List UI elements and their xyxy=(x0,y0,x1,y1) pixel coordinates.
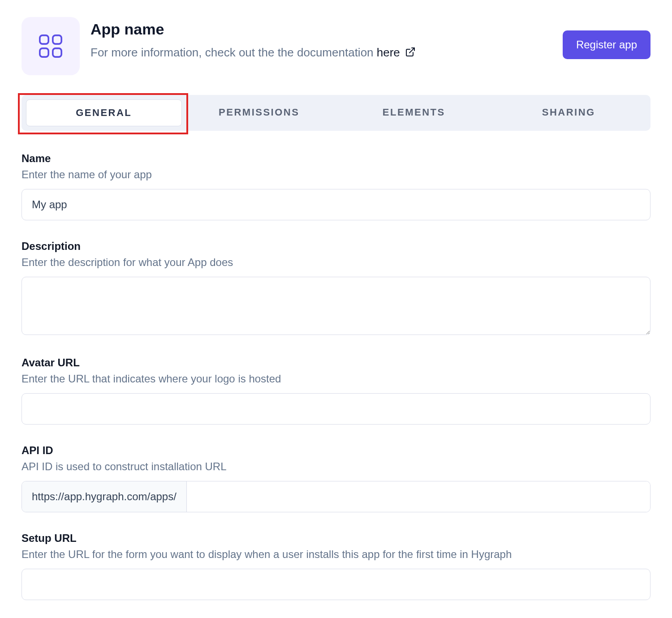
field-group-api-id: API ID API ID is used to construct insta… xyxy=(22,444,650,512)
field-group-setup-url: Setup URL Enter the URL for the form you… xyxy=(22,532,650,600)
name-input[interactable] xyxy=(22,189,650,220)
avatar-url-input[interactable] xyxy=(22,393,650,425)
svg-line-4 xyxy=(409,48,414,53)
tab-general[interactable]: GENERAL xyxy=(26,99,182,126)
setup-url-label: Setup URL xyxy=(22,532,650,545)
api-id-help: API ID is used to construct installation… xyxy=(22,460,650,473)
tab-sharing[interactable]: SHARING xyxy=(491,99,646,126)
tab-elements[interactable]: ELEMENTS xyxy=(336,99,491,126)
avatar-url-help: Enter the URL that indicates where your … xyxy=(22,373,650,385)
page-subtitle: For more information, check out the the … xyxy=(90,44,552,61)
svg-rect-0 xyxy=(40,35,48,44)
description-help: Enter the description for what your App … xyxy=(22,256,650,269)
field-group-description: Description Enter the description for wh… xyxy=(22,240,650,337)
description-input[interactable] xyxy=(22,277,650,335)
register-app-button[interactable]: Register app xyxy=(563,30,650,59)
avatar-url-label: Avatar URL xyxy=(22,356,650,369)
name-help: Enter the name of your app xyxy=(22,168,650,181)
external-link-icon xyxy=(405,45,416,61)
api-id-prefix: https://app.hygraph.com/apps/ xyxy=(22,481,187,512)
subtitle-text: For more information, check out the the … xyxy=(90,46,377,59)
field-group-name: Name Enter the name of your app xyxy=(22,152,650,220)
tab-permissions[interactable]: PERMISSIONS xyxy=(182,99,337,126)
svg-rect-3 xyxy=(53,48,61,57)
field-group-avatar-url: Avatar URL Enter the URL that indicates … xyxy=(22,356,650,425)
api-id-label: API ID xyxy=(22,444,650,457)
page-header: App name For more information, check out… xyxy=(22,17,650,75)
svg-rect-2 xyxy=(40,48,48,57)
page-title: App name xyxy=(90,21,552,38)
name-label: Name xyxy=(22,152,650,165)
setup-url-input[interactable] xyxy=(22,569,650,600)
tab-bar: GENERAL PERMISSIONS ELEMENTS SHARING xyxy=(22,95,650,131)
app-grid-icon xyxy=(22,17,80,75)
description-label: Description xyxy=(22,240,650,253)
documentation-link[interactable]: here xyxy=(377,46,416,59)
setup-url-help: Enter the URL for the form you want to d… xyxy=(22,548,650,561)
svg-rect-1 xyxy=(53,35,61,44)
api-id-input[interactable] xyxy=(187,481,650,512)
